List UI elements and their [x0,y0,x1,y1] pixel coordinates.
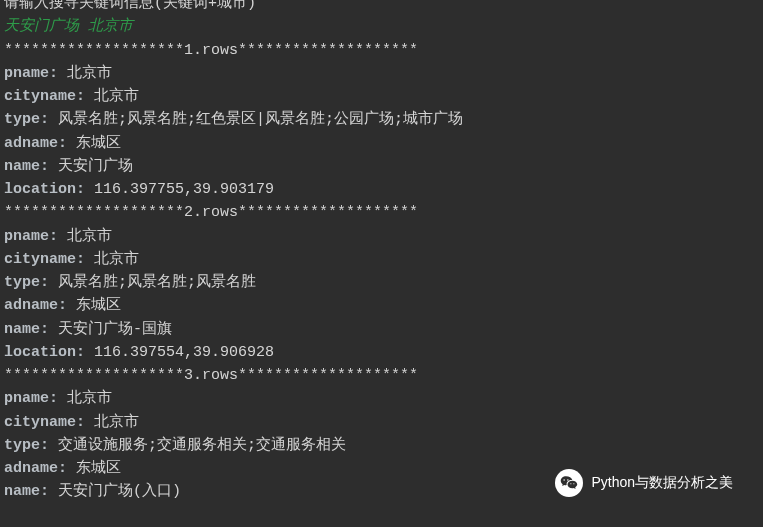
output-line: pname: 北京市 [4,387,759,410]
field-value: 东城区 [76,297,121,314]
field-value: 北京市 [94,251,139,268]
field-value: 北京市 [67,390,112,407]
field-label: cityname: [4,414,85,431]
user-input-line: 天安门广场 北京市 [4,15,759,38]
field-label: name: [4,483,49,500]
output-line: pname: 北京市 [4,62,759,85]
terminal-output: 请输入搜寻关键词信息(关键词+城市) 天安门广场 北京市 ***********… [0,0,763,504]
output-line: adname: 东城区 [4,132,759,155]
field-value: 东城区 [76,135,121,152]
row-header: ********************3.rows**************… [4,364,759,387]
field-label: pname: [4,228,58,245]
field-label: adname: [4,460,67,477]
field-value: 天安门广场 [58,158,133,175]
field-label: pname: [4,65,58,82]
field-value: 风景名胜;风景名胜;风景名胜 [58,274,256,291]
output-line: adname: 东城区 [4,294,759,317]
field-value: 116.397554,39.906928 [94,344,274,361]
output-line: location: 116.397554,39.906928 [4,341,759,364]
field-value: 116.397755,39.903179 [94,181,274,198]
output-line: cityname: 北京市 [4,248,759,271]
wechat-icon [555,469,583,497]
field-label: type: [4,111,49,128]
field-label: location: [4,344,85,361]
watermark-text: Python与数据分析之美 [591,472,733,494]
output-line: pname: 北京市 [4,225,759,248]
field-value: 天安门广场-国旗 [58,321,172,338]
output-line: cityname: 北京市 [4,411,759,434]
output-line: location: 116.397755,39.903179 [4,178,759,201]
row-header: ********************1.rows**************… [4,39,759,62]
field-label: adname: [4,297,67,314]
field-label: type: [4,274,49,291]
output-line: cityname: 北京市 [4,85,759,108]
output-line: name: 天安门广场 [4,155,759,178]
field-value: 北京市 [94,88,139,105]
field-value: 东城区 [76,460,121,477]
output-line: type: 风景名胜;风景名胜;红色景区|风景名胜;公园广场;城市广场 [4,108,759,131]
output-line: type: 风景名胜;风景名胜;风景名胜 [4,271,759,294]
field-value: 北京市 [67,228,112,245]
field-label: name: [4,158,49,175]
watermark: Python与数据分析之美 [555,469,733,497]
output-line: name: 天安门广场-国旗 [4,318,759,341]
output-line: type: 交通设施服务;交通服务相关;交通服务相关 [4,434,759,457]
prompt-line: 请输入搜寻关键词信息(关键词+城市) [4,0,759,15]
field-label: pname: [4,390,58,407]
field-label: type: [4,437,49,454]
field-label: cityname: [4,251,85,268]
field-value: 风景名胜;风景名胜;红色景区|风景名胜;公园广场;城市广场 [58,111,463,128]
field-label: adname: [4,135,67,152]
row-header: ********************2.rows**************… [4,201,759,224]
field-value: 交通设施服务;交通服务相关;交通服务相关 [58,437,346,454]
field-label: location: [4,181,85,198]
field-label: name: [4,321,49,338]
field-value: 北京市 [67,65,112,82]
field-label: cityname: [4,88,85,105]
field-value: 北京市 [94,414,139,431]
field-value: 天安门广场(入口) [58,483,181,500]
